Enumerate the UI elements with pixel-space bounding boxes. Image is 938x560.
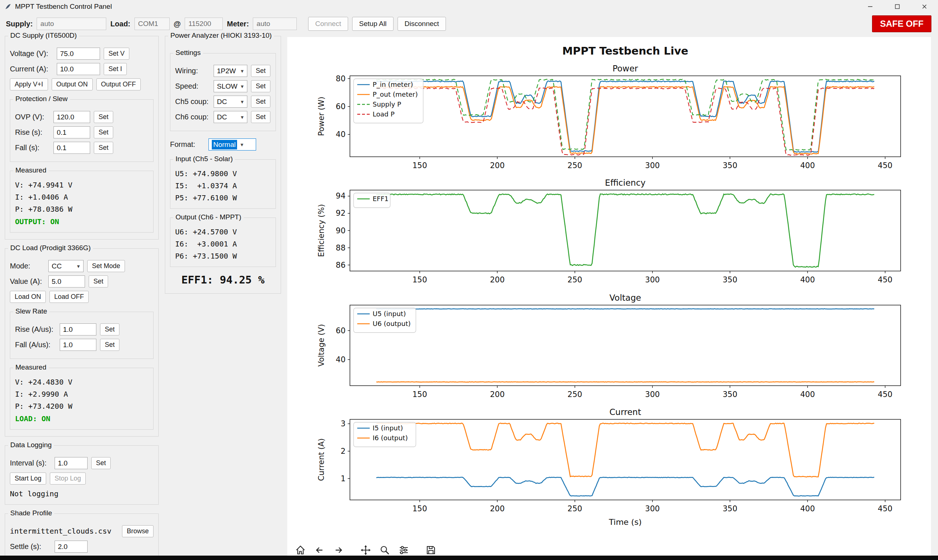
svg-text:Voltage: Voltage [609,293,641,303]
set-rise-button[interactable]: Set [94,126,113,138]
minimize-button[interactable] [857,0,884,13]
subplots-icon[interactable] [396,543,411,556]
disconnect-button[interactable]: Disconnect [397,17,446,31]
wiring-combobox-value: 1P2W [217,67,237,75]
svg-text:200: 200 [490,275,505,284]
set-load-value-button[interactable]: Set [89,275,108,288]
set-load-rise-button[interactable]: Set [100,323,119,335]
set-interval-button[interactable]: Set [91,457,111,469]
power-analyzer-panel: Power Analyzer (HIOKI 3193-10) Settings … [165,36,281,294]
meter-port-input[interactable] [253,18,297,30]
svg-text:350: 350 [722,504,737,513]
analyzer-input-group: Input (Ch5 - Solar) U5: +74.9800 V I5: +… [170,159,276,209]
svg-text:Efficiency (%): Efficiency (%) [317,204,326,257]
voltage-input[interactable] [57,48,100,60]
svg-text:Current (A): Current (A) [317,438,326,481]
set-ch5-coupling-button[interactable]: Set [251,95,270,108]
ovp-input[interactable] [54,111,90,123]
current-input[interactable] [57,63,100,75]
svg-text:92: 92 [336,209,345,218]
browse-button[interactable]: Browse [122,525,154,537]
load-measured-current: I: +2.9990 A [15,388,148,400]
mode-combobox[interactable]: CC ▾ [48,260,83,272]
load-on-button[interactable]: Load ON [10,291,46,303]
supply-measured-current: I: +1.0406 A [15,191,148,203]
pan-icon[interactable] [358,543,373,556]
interval-input[interactable] [55,457,88,469]
safe-off-button[interactable]: SAFE OFF [872,15,932,32]
baud-rate-input[interactable] [185,18,223,30]
svg-text:450: 450 [878,390,893,399]
home-icon[interactable] [293,543,308,556]
save-icon[interactable] [424,543,438,556]
svg-text:200: 200 [490,390,505,399]
load-fall-label: Fall (A/us): [15,341,56,349]
svg-text:200: 200 [490,504,505,513]
logging-status: Not logging [10,488,154,500]
speed-combobox[interactable]: SLOW ▾ [214,80,247,92]
analyzer-output-group: Output (Ch6 - MPPT) U6: +24.5700 V I6: +… [170,218,276,267]
stop-log-button[interactable]: Stop Log [50,472,86,485]
maximize-button[interactable] [884,0,911,13]
mode-combobox-value: CC [52,262,74,270]
zoom-icon[interactable] [377,543,392,556]
settle-input[interactable] [55,541,88,553]
supply-port-input[interactable] [37,18,106,30]
set-ch6-coupling-button[interactable]: Set [251,111,270,123]
set-voltage-button[interactable]: Set V [104,48,129,60]
svg-text:40: 40 [336,355,345,364]
set-ovp-button[interactable]: Set [94,111,113,123]
speed-combobox-value: SLOW [217,82,237,91]
load-off-button[interactable]: Load OFF [49,291,89,303]
ch6-coupling-combobox[interactable]: DC ▾ [214,111,247,123]
svg-text:450: 450 [878,275,893,284]
slew-rate-group: Slew Rate Rise (A/us): Set Fall (A/us): … [10,312,154,359]
i6-readout: I6: +3.0001 A [175,238,271,250]
setup-all-button[interactable]: Setup All [352,17,394,31]
supply-label: Supply: [6,20,32,28]
output-off-button[interactable]: Output OFF [96,78,141,91]
set-mode-button[interactable]: Set Mode [87,260,125,272]
load-status: LOAD: ON [15,412,148,425]
svg-text:80: 80 [336,74,345,83]
analyzer-settings-title: Settings [173,49,203,57]
svg-text:450: 450 [878,161,893,170]
set-load-fall-button[interactable]: Set [100,339,119,351]
supply-rise-input[interactable] [54,126,90,138]
load-value-input[interactable] [48,275,85,288]
load-rise-input[interactable] [60,323,96,335]
close-button[interactable] [911,0,938,13]
left-panel: DC Supply (IT6500D) Voltage (V): Set V C… [5,36,159,560]
back-icon[interactable] [312,543,327,556]
ch5-coupling-combobox[interactable]: DC ▾ [214,95,247,108]
set-speed-button[interactable]: Set [251,80,270,92]
svg-text:U5 (input): U5 (input) [373,310,406,317]
apply-vi-button[interactable]: Apply V+I [10,78,48,91]
i5-readout: I5: +1.0374 A [175,180,271,192]
set-fall-button[interactable]: Set [94,142,113,154]
svg-text:1: 1 [341,474,345,483]
chevron-down-icon: ▾ [237,98,247,105]
set-wiring-button[interactable]: Set [251,65,270,77]
output-on-button[interactable]: Output ON [52,78,93,91]
shade-profile-title: Shade Profile [8,509,54,517]
dc-load-title: DC Load (Prodigit 3366G) [8,244,93,252]
load-measured-group: Measured V: +24.4830 V I: +2.9990 A P: +… [10,368,154,429]
load-port-input[interactable] [134,18,169,30]
forward-icon[interactable] [331,543,346,556]
supply-fall-input[interactable] [54,142,90,154]
connect-button[interactable]: Connect [308,17,348,31]
format-combobox[interactable]: Normal ▾ [208,138,256,151]
svg-text:400: 400 [800,275,815,284]
wiring-combobox[interactable]: 1P2W ▾ [214,65,247,77]
format-combobox-value: Normal [212,140,237,149]
live-figure: MPPT Testbench LivePowerPower (W)1502002… [287,37,931,541]
svg-text:400: 400 [800,390,815,399]
set-current-button[interactable]: Set I [104,63,127,75]
svg-text:EFF1: EFF1 [373,195,389,203]
chevron-down-icon: ▾ [74,263,83,269]
start-log-button[interactable]: Start Log [10,472,46,485]
matplotlib-toolbar [287,542,931,556]
dc-supply-panel: DC Supply (IT6500D) Voltage (V): Set V C… [5,36,159,240]
load-fall-input[interactable] [60,339,96,351]
